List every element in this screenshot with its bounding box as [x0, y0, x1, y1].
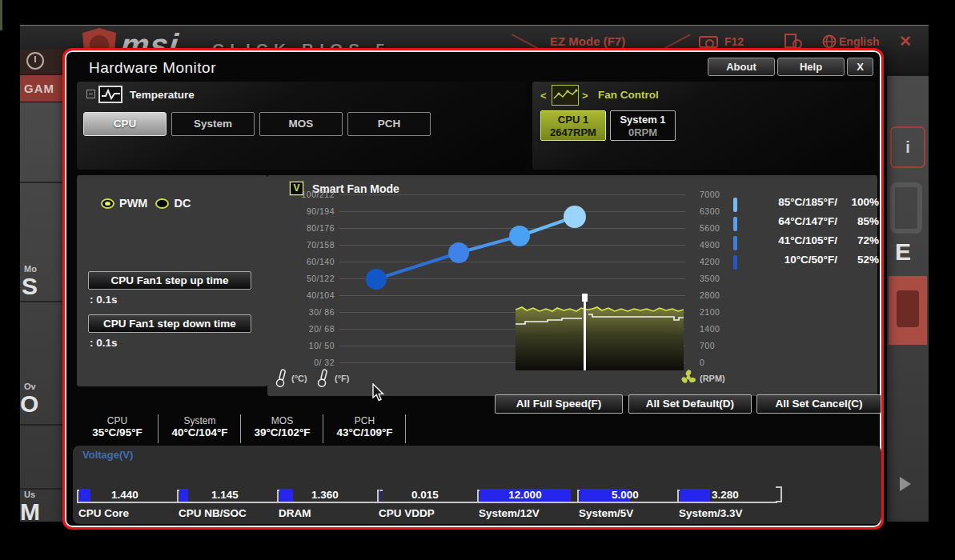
fan-curve-segment: [376, 253, 459, 279]
gauge-track: [377, 502, 477, 503]
temperature-panel: Temperature CPUSystemMOSPCH: [77, 82, 526, 170]
pwm-radio[interactable]: [101, 198, 114, 209]
all-set-default-button[interactable]: All Set Default(D): [628, 394, 752, 414]
temp-axis-label: 30/ 86: [274, 307, 335, 317]
screenshot-key-label[interactable]: F12: [724, 35, 744, 48]
fan-tab-system-1[interactable]: System 10RPM: [610, 110, 676, 141]
screen-edge-artifact: [0, 0, 2, 30]
info-tile: i: [890, 126, 925, 168]
mouse-cursor: [371, 383, 386, 402]
fan-next-button[interactable]: >: [582, 90, 588, 102]
all-set-cancel-button[interactable]: All Set Cancel(C): [756, 394, 881, 414]
gauge-value: 3.280: [677, 489, 773, 501]
temp-readout-name: MOS: [242, 415, 323, 426]
gauge-track: [577, 502, 677, 503]
all-full-speed-button[interactable]: All Full Speed(F): [495, 394, 623, 414]
temp-readout-value: 40°C/104°F: [159, 426, 240, 438]
gauge-label: CPU NB/SOC: [179, 507, 247, 519]
gauge-label: System/5V: [579, 507, 633, 519]
ez-mode-button[interactable]: EZ Mode (F7): [550, 34, 625, 48]
dialog-title: Hardware Monitor: [89, 59, 216, 77]
temp-axis-label: 90/194: [274, 206, 335, 216]
temp-axis-label: 0/ 32: [274, 358, 335, 367]
collapse-icon[interactable]: [86, 90, 95, 98]
fan-curve-point[interactable]: [448, 242, 469, 263]
fan-chart-icon: [552, 85, 579, 106]
step-up-time-value: : 0.1s: [90, 294, 118, 306]
rpm-axis-label: 4200: [700, 257, 720, 266]
gauge-value: 12.000: [477, 489, 573, 501]
gauge-end-bracket: [776, 486, 782, 502]
rpm-axis-label: 6300: [700, 206, 720, 216]
voltage-gauge-cpu-vddp: 0.015CPU VDDP: [377, 474, 477, 519]
next-arrow-icon: [900, 477, 911, 491]
language-globe-icon[interactable]: [822, 34, 837, 49]
rpm-axis-label: 700: [700, 341, 715, 350]
gauge-track: [277, 502, 377, 503]
fan-tab-name: System 1: [611, 114, 675, 126]
legend-temp-label: 85°C/185°F/: [743, 196, 837, 208]
voltage-gauge-cpu-core: 1.440CPU Core: [77, 474, 177, 519]
bios-close-button[interactable]: ✕: [899, 32, 912, 50]
language-selector[interactable]: English: [839, 35, 880, 48]
legend-row: 85°C/185°F/100%: [733, 196, 879, 215]
temp-readout-value: 35°C/95°F: [77, 426, 158, 438]
voltage-gauge-system-12v: 12.000System/12V: [477, 474, 577, 519]
gauge-value: 1.145: [177, 489, 273, 501]
rpm-axis-label: 5600: [700, 223, 720, 233]
temperature-tab-cpu[interactable]: CPU: [83, 112, 167, 136]
temp-axis-label: 50/122: [274, 274, 335, 283]
fan-curve-point[interactable]: [564, 206, 586, 228]
left-sidebar: [20, 102, 64, 522]
gauge-track: [477, 502, 577, 503]
ghost-tile-icon: [890, 182, 922, 234]
temp-readout-name: CPU: [77, 415, 158, 426]
legend-row: 41°C/105°F/72%: [733, 234, 879, 254]
temp-readout-cpu: CPU35°C/95°F: [77, 414, 158, 443]
oc-letter: O: [20, 390, 38, 418]
fan-tab-rpm: 2647RPM: [541, 126, 605, 139]
legend-temp-label: 10°C/50°F/: [743, 254, 837, 266]
gauge-label: CPU Core: [78, 507, 129, 519]
fan-params-panel: PWMDC CPU Fan1 step up time : 0.1s CPU F…: [77, 175, 267, 386]
fan-curve-point[interactable]: [509, 226, 530, 246]
voltage-gauge-dram: 1.360DRAM: [277, 474, 377, 519]
fan-control-title: Fan Control: [598, 89, 659, 101]
temp-readout-pch: PCH43°C/109°F: [324, 414, 406, 443]
legend-percent-value: 100%: [841, 196, 879, 208]
fahrenheit-thermometer-icon: [317, 369, 330, 388]
temperature-title: Temperature: [130, 89, 195, 101]
fan-prev-button[interactable]: <: [540, 90, 547, 102]
temperature-tab-pch[interactable]: PCH: [347, 112, 431, 136]
voltage-gauge-cpu-nb-soc: 1.145CPU NB/SOC: [177, 474, 277, 519]
voltage-gauge-system-3-3v: 3.280System/3.3V: [677, 474, 777, 519]
gauge-track: [177, 502, 277, 503]
temp-axis-label: 10/ 50: [274, 341, 335, 350]
dialog-close-button[interactable]: X: [847, 58, 873, 76]
fan-curve-svg[interactable]: [339, 183, 685, 362]
screenshot-camera-icon[interactable]: [699, 36, 718, 48]
step-down-time-button[interactable]: CPU Fan1 step down time: [88, 314, 251, 333]
gauge-track: [77, 502, 177, 503]
temperature-chart-icon: [98, 86, 122, 103]
fan-curve-point[interactable]: [366, 269, 387, 290]
temp-axis-label: 20/ 68: [274, 324, 335, 334]
fan-icon: [680, 370, 696, 386]
temperature-tab-mos[interactable]: MOS: [259, 112, 343, 136]
gauge-value: 0.015: [377, 489, 473, 501]
about-button[interactable]: About: [708, 58, 775, 76]
sidebar-item-gaming: GAM: [20, 75, 64, 102]
step-up-time-button[interactable]: CPU Fan1 step up time: [88, 271, 251, 290]
help-button[interactable]: Help: [777, 58, 845, 76]
temp-readout-value: 43°C/109°F: [324, 426, 405, 438]
legend-color-marker: [733, 198, 737, 212]
legend-temp-label: 64°C/147°F/: [743, 215, 837, 227]
voltage-panel: Voltage(V) 1.440CPU Core1.145CPU NB/SOC1…: [73, 446, 881, 524]
temp-readout-name: PCH: [324, 415, 405, 426]
fan-tab-cpu-1[interactable]: CPU 12647RPM: [540, 110, 606, 141]
legend-percent-value: 52%: [841, 254, 879, 266]
dc-radio[interactable]: [155, 198, 169, 209]
legend-color-marker: [733, 236, 737, 250]
temperature-tab-system[interactable]: System: [171, 112, 255, 136]
temp-axis-label: 40/104: [274, 290, 335, 300]
